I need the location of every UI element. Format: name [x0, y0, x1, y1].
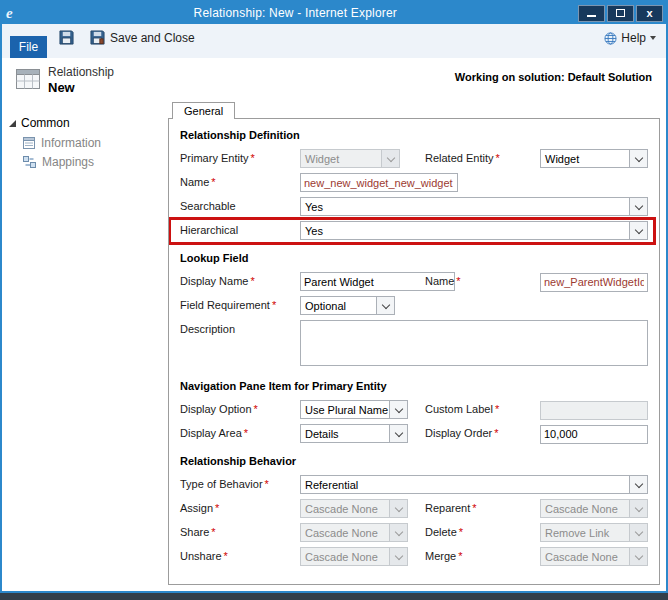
hierarchical-label: Hierarchical [180, 224, 238, 236]
row-unshare-merge: Unshare* Cascade None Merge* Cascade Non… [180, 547, 648, 568]
help-menu[interactable]: Help [604, 31, 656, 45]
searchable-value: Yes [301, 200, 629, 213]
unshare-label: Unshare [180, 550, 222, 562]
row-hierarchical: Hierarchical Yes [180, 221, 648, 242]
unshare-select: Cascade None [300, 547, 408, 566]
delete-select: Remove Link [540, 523, 648, 542]
section-heading-relationship-definition: Relationship Definition [180, 129, 648, 141]
unshare-value: Cascade None [301, 550, 389, 563]
maximize-button[interactable] [607, 5, 634, 22]
name-label: Name [180, 176, 209, 188]
required-marker: * [456, 275, 460, 287]
main-panel: General Relationship Definition Primary … [168, 102, 660, 585]
merge-select: Cascade None [540, 547, 648, 566]
lookup-name-label: Name [425, 275, 454, 287]
required-marker: * [272, 299, 276, 311]
save-button[interactable] [56, 28, 77, 47]
sidebar-group-label: Common [21, 116, 70, 130]
share-label: Share [180, 526, 209, 538]
row-searchable: Searchable Yes [180, 197, 648, 218]
dropdown-arrow-icon [376, 297, 394, 314]
record-name-label: New [48, 80, 114, 96]
dropdown-arrow-icon [389, 500, 407, 517]
information-form-icon [23, 137, 35, 149]
name-input[interactable] [300, 173, 458, 192]
row-display-option-custom-label: Display Option* Use Plural Name Custom L… [180, 400, 648, 421]
assign-label: Assign [180, 502, 213, 514]
sidebar-item-mappings[interactable]: Mappings [23, 155, 168, 169]
save-and-close-label: Save and Close [110, 31, 195, 45]
type-of-behavior-select[interactable]: Referential [300, 475, 648, 494]
section-heading-lookup-field: Lookup Field [180, 252, 648, 264]
sidebar-item-information[interactable]: Information [23, 136, 168, 150]
required-marker: * [211, 526, 215, 538]
assign-value: Cascade None [301, 502, 389, 515]
save-and-close-button[interactable]: Save and Close [87, 28, 198, 47]
file-menu-button[interactable]: File [10, 36, 47, 58]
required-marker: * [244, 427, 248, 439]
dropdown-arrow-icon [629, 476, 647, 493]
dropdown-arrow-icon [381, 150, 399, 167]
assign-select: Cascade None [300, 499, 408, 518]
close-button[interactable]: x [636, 5, 663, 22]
required-marker: * [495, 152, 499, 164]
searchable-select[interactable]: Yes [300, 197, 648, 216]
required-marker: * [211, 176, 215, 188]
dropdown-arrow-icon [629, 548, 647, 565]
window-controls: x [578, 5, 663, 22]
display-order-input[interactable] [540, 425, 648, 444]
titlebar: e Relationship: New - Internet Explorer … [2, 2, 666, 24]
lookup-name-input[interactable] [540, 273, 648, 292]
entity-type-label: Relationship [48, 65, 114, 80]
required-marker: * [250, 152, 254, 164]
relationship-entity-icon [15, 66, 42, 96]
dropdown-arrow-icon [629, 500, 647, 517]
save-icon [59, 30, 74, 45]
dropdown-arrow-icon [629, 198, 647, 215]
share-value: Cascade None [301, 526, 389, 539]
sidebar-group-common[interactable]: Common [9, 116, 168, 130]
internet-explorer-icon: e [6, 6, 13, 21]
related-entity-select[interactable]: Widget [540, 149, 648, 168]
dropdown-arrow-icon [389, 524, 407, 541]
row-description: Description [180, 320, 648, 370]
type-of-behavior-label: Type of Behavior [180, 478, 263, 490]
searchable-label: Searchable [180, 200, 236, 212]
merge-value: Cascade None [541, 550, 629, 563]
required-marker: * [495, 403, 499, 415]
field-requirement-select[interactable]: Optional [300, 296, 395, 315]
required-marker: * [265, 478, 269, 490]
row-name: Name* [180, 173, 648, 194]
field-requirement-label: Field Requirement [180, 299, 270, 311]
dropdown-arrow-icon [629, 150, 647, 167]
reparent-value: Cascade None [541, 502, 629, 515]
expand-triangle-icon [9, 120, 16, 127]
row-field-requirement: Field Requirement* Optional [180, 296, 648, 317]
row-type-of-behavior: Type of Behavior* Referential [180, 475, 648, 496]
description-label: Description [180, 323, 235, 335]
sidebar-item-label: Mappings [42, 155, 94, 169]
required-marker: * [250, 275, 254, 287]
hierarchical-select[interactable]: Yes [300, 221, 648, 240]
merge-label: Merge [425, 550, 456, 562]
share-select: Cascade None [300, 523, 408, 542]
required-marker: * [472, 502, 476, 514]
sidebar: Common Information Mappings [2, 102, 168, 591]
section-heading-relationship-behavior: Relationship Behavior [180, 455, 648, 467]
display-area-select[interactable]: Details [300, 424, 408, 443]
display-option-select[interactable]: Use Plural Name [300, 400, 408, 419]
section-heading-navigation-pane: Navigation Pane Item for Primary Entity [180, 380, 648, 392]
help-globe-icon [604, 32, 617, 45]
dropdown-arrow-icon [629, 222, 647, 239]
tab-general[interactable]: General [172, 102, 235, 119]
header-titles: Relationship New [48, 65, 114, 96]
display-area-label: Display Area [180, 427, 242, 439]
minimize-button[interactable] [578, 5, 605, 22]
required-marker: * [215, 502, 219, 514]
row-display-area-display-order: Display Area* Details Display Order* [180, 424, 648, 445]
display-area-value: Details [301, 427, 389, 440]
row-display-name: Display Name* Name* [180, 272, 648, 293]
related-entity-label: Related Entity [425, 152, 493, 164]
description-textarea[interactable] [300, 320, 648, 366]
caret-down-icon [650, 36, 656, 40]
